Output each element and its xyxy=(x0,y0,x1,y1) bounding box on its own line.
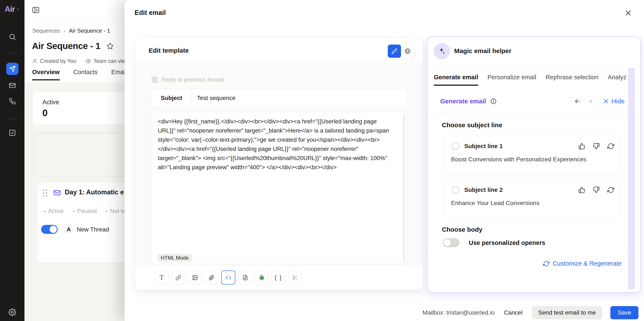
hide-helper-button[interactable]: Hide xyxy=(603,98,624,105)
thumbs-down-icon[interactable] xyxy=(593,186,600,193)
sidebar-item-calls[interactable] xyxy=(8,96,17,106)
pencil-icon xyxy=(392,48,398,54)
eye-icon xyxy=(405,48,410,54)
send-test-email-button[interactable]: Send test email to me xyxy=(532,306,602,319)
edit-template-card: Edit template Reply to previous thread S xyxy=(135,38,423,290)
send-icon xyxy=(9,66,16,72)
edit-mode-button[interactable] xyxy=(388,45,401,58)
chevron-down-icon xyxy=(16,7,20,11)
attach-file-button[interactable] xyxy=(205,271,218,284)
insert-link-button[interactable] xyxy=(172,271,185,284)
sidebar: Air xyxy=(0,0,24,321)
thread-label: New Thread xyxy=(77,226,109,233)
sidebar-item-tasks[interactable] xyxy=(8,128,17,138)
image-icon xyxy=(192,275,198,280)
braces-icon: { } xyxy=(274,274,282,281)
thumbs-up-icon[interactable] xyxy=(578,143,585,150)
user-icon xyxy=(32,58,38,64)
settings-button[interactable] xyxy=(8,307,17,317)
variables-button[interactable]: { } xyxy=(272,271,285,284)
tab-analyze[interactable]: Analyze xyxy=(608,74,626,86)
search-icon[interactable] xyxy=(8,32,17,42)
preview-mode-button[interactable] xyxy=(401,45,414,58)
history-forward-icon[interactable] xyxy=(587,98,594,105)
subject-1-radio[interactable] xyxy=(452,143,459,150)
eye-icon xyxy=(86,58,91,64)
page-title: Air Sequence - 1 xyxy=(32,41,100,51)
editor-mode-switch xyxy=(387,43,415,59)
helper-divider xyxy=(428,255,627,255)
regenerate-icon[interactable] xyxy=(607,143,614,150)
step-enabled-toggle[interactable] xyxy=(41,225,58,234)
app-screen: Air Se xyxy=(0,0,644,321)
helper-header: Magic email helper xyxy=(428,37,627,66)
helper-tabs: Generate email Personalize email Rephras… xyxy=(434,74,626,86)
cancel-button[interactable]: Cancel xyxy=(502,309,524,316)
workspace-switcher[interactable]: Air xyxy=(0,5,24,14)
link-icon xyxy=(176,275,181,280)
customize-regenerate-button[interactable]: Customize & Regenerate xyxy=(543,260,622,267)
edit-template-title: Edit template xyxy=(149,38,189,63)
subject-1-text: Boost Conversions with Personalized Expe… xyxy=(444,150,620,163)
tab-contacts[interactable]: Contacts xyxy=(73,69,98,80)
personalized-openers-toggle[interactable] xyxy=(443,238,459,247)
subject-2-radio[interactable] xyxy=(452,186,459,194)
template-button[interactable] xyxy=(238,271,252,284)
app-logo: Air xyxy=(5,5,15,14)
active-stat-value: 0 xyxy=(42,108,48,118)
tab-rephrase-selection[interactable]: Rephrase selection xyxy=(546,74,598,86)
drag-handle-icon[interactable] xyxy=(43,189,48,197)
subject-1-label: Subject line 1 xyxy=(464,143,503,150)
mail-icon xyxy=(9,82,16,89)
gear-icon xyxy=(8,308,16,316)
active-stat-label: Active xyxy=(42,99,59,106)
favorite-star-icon[interactable] xyxy=(106,42,114,50)
subject-2-text: Enhance Your Lead Conversions xyxy=(444,194,620,207)
history-back-icon[interactable] xyxy=(574,98,581,105)
breadcrumb-separator: › xyxy=(64,27,66,34)
sidebar-divider xyxy=(8,119,17,119)
collapse-sidebar-button[interactable] xyxy=(32,6,40,14)
subject-input[interactable] xyxy=(192,89,406,107)
tab-overview[interactable]: Overview xyxy=(32,69,60,80)
thumbs-down-icon[interactable] xyxy=(593,143,600,150)
tab-generate-email[interactable]: Generate email xyxy=(434,74,478,86)
reply-thread-checkbox[interactable] xyxy=(152,77,158,83)
sidebar-item-emails[interactable] xyxy=(8,81,17,90)
personalized-openers-label: Use personalized openers xyxy=(469,239,545,246)
generate-email-link[interactable]: Generate email xyxy=(440,98,486,105)
status-paused: -Paused xyxy=(73,208,97,214)
helper-scrollbar[interactable] xyxy=(628,68,635,289)
html-mode-button[interactable] xyxy=(221,270,235,284)
helper-divider xyxy=(428,112,627,112)
save-button[interactable]: Save xyxy=(610,306,638,319)
html-code-content[interactable]: <div>Hey {{first_name}},</div><div><br><… xyxy=(158,117,396,172)
choose-body-heading: Choose body xyxy=(442,226,482,233)
sidebar-item-sequences[interactable] xyxy=(6,63,18,75)
insert-image-button[interactable] xyxy=(188,271,202,284)
magic-email-helper-panel: Magic email helper Generate email Person… xyxy=(427,37,641,293)
created-by: Created by You xyxy=(32,58,76,64)
subject-option-1[interactable]: Subject line 1 Boost Conversions with Pe… xyxy=(443,136,620,175)
sparkle-badge xyxy=(434,43,450,59)
html-editor[interactable]: <div>Hey {{first_name}},</div><div><br><… xyxy=(152,112,407,264)
subject-option-2[interactable]: Subject line 2 Enhance Your Lead Convers… xyxy=(443,179,620,216)
breadcrumb-sequences[interactable]: Sequences xyxy=(32,28,60,34)
code-icon xyxy=(226,275,231,280)
file-text-icon xyxy=(242,275,248,280)
thumbs-up-icon[interactable] xyxy=(578,186,585,193)
tab-personalize-email[interactable]: Personalize email xyxy=(488,74,536,86)
phone-icon xyxy=(9,98,16,105)
ai-assistant-button[interactable] xyxy=(255,271,268,284)
cut-button[interactable] xyxy=(288,271,302,284)
email-step-icon xyxy=(53,189,61,196)
mailbox-info: Mailbox: tristan@userled.io xyxy=(422,309,494,316)
day-step-status-row: -Active -Paused -Not sent xyxy=(44,208,132,214)
modal-footer: Mailbox: tristan@userled.io Cancel Send … xyxy=(124,304,644,321)
regenerate-icon[interactable] xyxy=(607,186,614,193)
info-icon[interactable] xyxy=(490,98,497,104)
editor-scrollbar[interactable] xyxy=(403,114,405,262)
close-icon[interactable] xyxy=(624,9,633,18)
robot-icon xyxy=(258,274,265,281)
text-style-button[interactable]: T xyxy=(155,271,168,284)
